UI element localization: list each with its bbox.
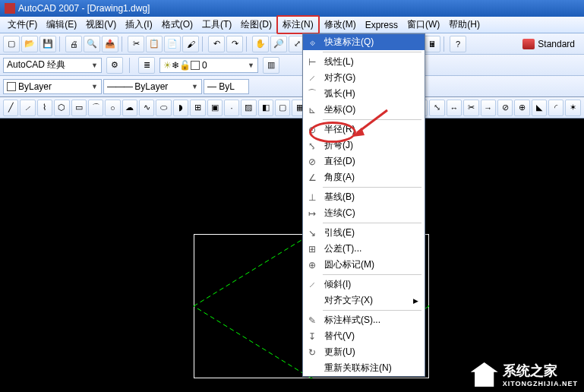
menu-baseline[interactable]: ⊥基线(B) xyxy=(303,189,425,205)
watermark-url: XITONGZHIJIA.NET xyxy=(503,380,578,387)
menu-reassoc[interactable]: 重新关联标注(N) xyxy=(303,360,425,376)
menu-draw[interactable]: 绘图(D) xyxy=(236,17,276,33)
polygon-icon[interactable]: ⬡ xyxy=(54,100,69,116)
dim-style-control[interactable]: Standard xyxy=(516,39,581,49)
join-icon[interactable]: ⊕ xyxy=(514,100,529,116)
menu-radius[interactable]: ⊙半径(R) xyxy=(303,122,425,138)
menu-format[interactable]: 格式(O) xyxy=(157,17,197,33)
menu-tolerance[interactable]: ⊞公差(T)... xyxy=(303,241,425,257)
quickcalc-icon[interactable]: 🖩 xyxy=(424,36,440,52)
ellipse-icon[interactable]: ⬭ xyxy=(156,100,171,116)
dimension-menu: ⟐快速标注(Q) ⊢线性(L) ⟋对齐(G) ⌒弧长(H) ⊾坐标(O) ⊙半径… xyxy=(302,33,425,377)
region-icon[interactable]: ▢ xyxy=(275,100,290,116)
drawing-canvas[interactable] xyxy=(0,120,584,392)
undo-icon[interactable]: ↶ xyxy=(208,36,225,52)
menu-ordinate[interactable]: ⊾坐标(O) xyxy=(303,102,425,118)
standard-label: Standard xyxy=(538,39,575,49)
workspace-layer-toolbar: AutoCAD 经典▼ ⚙ ≣ ☀ ❄ 🔓 0▼ ▥ xyxy=(0,55,584,76)
help-icon[interactable]: ? xyxy=(450,36,466,52)
reassoc-icon xyxy=(306,362,318,375)
aligntext-icon xyxy=(306,295,318,307)
menu-dim-style[interactable]: ✎标注样式(S)... xyxy=(303,312,425,328)
jogged-icon: ⤣ xyxy=(306,140,318,152)
layer-state-icon[interactable]: ▥ xyxy=(263,57,279,74)
menu-linear[interactable]: ⊢线性(L) xyxy=(303,54,425,70)
menu-insert[interactable]: 插入(I) xyxy=(121,17,156,33)
menu-angular[interactable]: ∠角度(A) xyxy=(303,169,425,185)
menu-edit[interactable]: 编辑(E) xyxy=(42,17,81,33)
menu-continue[interactable]: ↦连续(C) xyxy=(303,205,425,221)
window-title: AutoCAD 2007 - [Drawing1.dwg] xyxy=(18,3,150,14)
circle-icon[interactable]: ○ xyxy=(105,100,120,116)
linetype-select[interactable]: ——— ByLayer▼ xyxy=(103,79,202,94)
make-block-icon[interactable]: ▣ xyxy=(207,100,223,116)
menu-help[interactable]: 帮助(H) xyxy=(444,17,485,33)
menu-express[interactable]: Express xyxy=(361,18,402,32)
redo-icon[interactable]: ↷ xyxy=(226,36,243,52)
menu-update[interactable]: ↻更新(U) xyxy=(303,344,425,360)
menu-jogged[interactable]: ⤣折弯(J) xyxy=(303,138,425,153)
spline-icon[interactable]: ∿ xyxy=(139,100,154,116)
menu-aligned[interactable]: ⟋对齐(G) xyxy=(303,70,425,86)
workspace-settings-icon[interactable]: ⚙ xyxy=(106,57,123,74)
copy-icon[interactable]: 📋 xyxy=(146,36,163,52)
menu-tools[interactable]: 工具(T) xyxy=(197,17,236,33)
dimstyle-icon: ✎ xyxy=(306,315,318,327)
override-icon: ↧ xyxy=(306,330,318,343)
pline-icon[interactable]: ⌇ xyxy=(37,100,52,116)
workspace-select[interactable]: AutoCAD 经典▼ xyxy=(3,58,102,73)
menu-view[interactable]: 视图(V) xyxy=(81,17,121,33)
publish-icon[interactable]: 📤 xyxy=(102,36,118,52)
extend-icon[interactable]: → xyxy=(481,100,496,116)
trim-icon[interactable]: ✂ xyxy=(463,100,478,116)
watermark: 系统之家 XITONGZHIJIA.NET xyxy=(471,362,578,387)
gradient-icon[interactable]: ◧ xyxy=(258,100,273,116)
angular-icon: ∠ xyxy=(306,172,318,184)
layer-select[interactable]: ☀ ❄ 🔓 0▼ xyxy=(159,58,258,73)
chamfer-icon[interactable]: ◣ xyxy=(532,100,547,116)
menu-arc-length[interactable]: ⌒弧长(H) xyxy=(303,86,425,102)
plot-icon[interactable]: 🖨 xyxy=(65,36,82,52)
menu-center-mark[interactable]: ⊕圆心标记(M) xyxy=(303,257,425,273)
explode-icon[interactable]: ✶ xyxy=(565,100,580,116)
line-icon[interactable]: ╱ xyxy=(3,100,18,116)
menu-leader[interactable]: ↘引线(E) xyxy=(303,225,425,241)
menu-oblique[interactable]: ⟋倾斜(I) xyxy=(303,277,425,292)
xline-icon[interactable]: ⟋ xyxy=(20,100,35,116)
hatch-icon[interactable]: ▨ xyxy=(241,100,256,116)
revcloud-icon[interactable]: ☁ xyxy=(122,100,137,116)
ellipse-arc-icon[interactable]: ◗ xyxy=(173,100,188,116)
menu-window[interactable]: 窗口(W) xyxy=(402,17,444,33)
fillet-icon[interactable]: ◜ xyxy=(548,100,563,116)
watermark-logo-icon xyxy=(471,362,498,387)
break-icon[interactable]: ⊘ xyxy=(497,100,513,116)
arc-icon[interactable]: ⌒ xyxy=(88,100,103,116)
preview-icon[interactable]: 🔍 xyxy=(84,36,100,52)
center-icon: ⊕ xyxy=(306,259,318,271)
menu-dimension[interactable]: 标注(N) xyxy=(276,15,320,34)
menu-diameter[interactable]: ⊘直径(D) xyxy=(303,153,425,169)
menu-override[interactable]: ↧替代(V) xyxy=(303,328,425,344)
color-select[interactable]: ByLayer▼ xyxy=(3,79,102,94)
app-icon xyxy=(5,3,15,14)
zoom-rt-icon[interactable]: 🔎 xyxy=(270,36,287,52)
open-icon[interactable]: 📂 xyxy=(21,36,38,52)
new-icon[interactable]: ▢ xyxy=(3,36,20,52)
pan-icon[interactable]: ✋ xyxy=(252,36,269,52)
lineweight-select[interactable]: — ByL xyxy=(204,79,249,94)
menu-modify[interactable]: 修改(M) xyxy=(320,17,361,33)
scale-icon[interactable]: ⤡ xyxy=(429,100,444,116)
stretch-icon[interactable]: ↔ xyxy=(447,100,462,116)
paste-icon[interactable]: 📄 xyxy=(164,36,181,52)
layer-manager-icon[interactable]: ≣ xyxy=(138,57,155,74)
match-icon[interactable]: 🖌 xyxy=(182,36,199,52)
svg-line-3 xyxy=(194,306,311,378)
point-icon[interactable]: · xyxy=(224,100,239,116)
menu-align-text[interactable]: 对齐文字(X)▶ xyxy=(303,292,425,308)
menu-quick-dim[interactable]: ⟐快速标注(Q) xyxy=(303,34,425,50)
block-insert-icon[interactable]: ⊞ xyxy=(190,100,205,116)
menu-file[interactable]: 文件(F) xyxy=(3,17,42,33)
rect-icon[interactable]: ▭ xyxy=(71,100,87,116)
save-icon[interactable]: 💾 xyxy=(39,36,56,52)
cut-icon[interactable]: ✂ xyxy=(128,36,144,52)
